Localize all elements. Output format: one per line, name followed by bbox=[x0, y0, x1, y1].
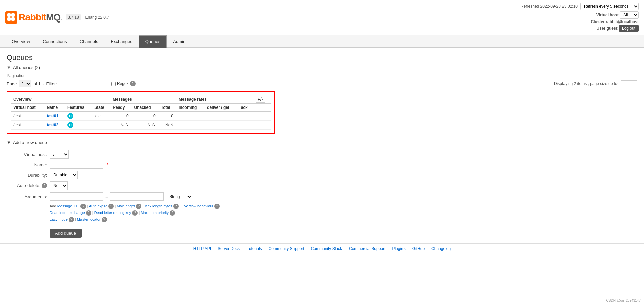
group-message-rates: Message rates bbox=[176, 95, 253, 104]
auto-delete-help[interactable]: ? bbox=[42, 183, 47, 188]
filter-input[interactable] bbox=[59, 80, 109, 87]
ml-help[interactable]: ? bbox=[136, 204, 141, 209]
add-queue-toggle[interactable]: ▼ Add a new queue bbox=[7, 140, 637, 145]
lm-help[interactable]: ? bbox=[69, 217, 74, 222]
hint-dead-letter-ex[interactable]: Dead letter exchange bbox=[50, 211, 85, 215]
nav-admin[interactable]: Admin bbox=[167, 35, 192, 48]
footer-plugins[interactable]: Plugins bbox=[392, 246, 405, 251]
of-label: of 1 bbox=[33, 81, 41, 86]
svg-rect-2 bbox=[7, 17, 11, 21]
auto-delete-label: Auto delete: ? bbox=[7, 183, 47, 189]
hint-message-ttl[interactable]: Message TTL bbox=[57, 204, 80, 208]
table-row: /test test01 D idle 0 0 0 bbox=[11, 112, 271, 121]
regex-checkbox[interactable] bbox=[111, 82, 116, 86]
regex-help[interactable]: ? bbox=[130, 81, 136, 86]
col-ack: ack bbox=[238, 104, 253, 112]
cell-vhost: /test bbox=[11, 112, 44, 121]
virtual-host-select[interactable]: All / /test bbox=[620, 11, 639, 19]
footer-tutorials[interactable]: Tutorials bbox=[247, 246, 262, 251]
cell-total: NaN bbox=[158, 121, 176, 130]
group-overview: Overview bbox=[11, 95, 110, 104]
footer-github[interactable]: GitHub bbox=[412, 246, 425, 251]
refresh-select[interactable]: Refresh every 5 seconds Refresh every 10… bbox=[580, 3, 639, 10]
add-vhost-select[interactable]: / /test bbox=[50, 150, 69, 159]
pagination-controls: Page 1 of 1 - Filter: Regex ? Displaying… bbox=[7, 80, 637, 87]
dlrk-help[interactable]: ? bbox=[132, 210, 138, 216]
ml2-help[interactable]: ? bbox=[102, 217, 107, 222]
footer-changelog[interactable]: Changelog bbox=[431, 246, 451, 251]
regex-text: Regex bbox=[117, 81, 129, 86]
arg-value-input[interactable] bbox=[110, 192, 164, 201]
nav: Overview Connections Channels Exchanges … bbox=[0, 35, 644, 48]
hint-overflow[interactable]: Overflow behaviour bbox=[181, 204, 213, 208]
queues-table-container: Overview Messages Message rates +/- Virt… bbox=[7, 91, 275, 134]
filter-separator: - bbox=[43, 81, 44, 86]
filter-label: Filter: bbox=[46, 81, 57, 86]
nav-connections[interactable]: Connections bbox=[36, 35, 73, 48]
hint-master-locator[interactable]: Master locator bbox=[77, 217, 101, 221]
version-badge: 3.7.18 bbox=[66, 14, 81, 20]
queue-link[interactable]: test01 bbox=[47, 114, 58, 118]
ae-help[interactable]: ? bbox=[108, 204, 114, 209]
hint-dead-letter-rk[interactable]: Dead letter routing key bbox=[94, 211, 131, 215]
page-select[interactable]: 1 bbox=[19, 80, 31, 87]
queues-table: Overview Messages Message rates +/- Virt… bbox=[11, 95, 271, 130]
hint-auto-expire[interactable]: Auto expire bbox=[89, 204, 108, 208]
col-incoming: incoming bbox=[176, 104, 204, 112]
footer-community-slack[interactable]: Community Slack bbox=[311, 246, 342, 251]
hint-max-length[interactable]: Max length bbox=[117, 204, 135, 208]
equals-sign: = bbox=[105, 194, 108, 199]
hint-max-priority[interactable]: Maximum priority bbox=[141, 211, 169, 215]
footer-server-docs[interactable]: Server Docs bbox=[218, 246, 240, 251]
virtual-host-info: Virtual host All / /test bbox=[521, 11, 639, 19]
cell-name: test01 bbox=[44, 112, 65, 121]
col-deliver-get: deliver / get bbox=[204, 104, 238, 112]
arg-key-input[interactable] bbox=[50, 192, 103, 201]
durability-select[interactable]: Durable Transient bbox=[50, 171, 78, 179]
ttl-help[interactable]: ? bbox=[80, 204, 86, 209]
form-row-name: Name: * bbox=[7, 161, 637, 169]
arg-type-select[interactable]: String Integer Boolean bbox=[166, 192, 192, 201]
cluster-label: Cluster bbox=[591, 19, 605, 24]
logout-button[interactable]: Log out bbox=[619, 25, 639, 32]
mlb-help[interactable]: ? bbox=[173, 204, 179, 209]
required-star: * bbox=[107, 162, 108, 167]
erlang-badge: Erlang 22.0.7 bbox=[85, 15, 109, 20]
mp-help[interactable]: ? bbox=[170, 210, 175, 216]
add-queue-label: Add a new queue bbox=[13, 140, 47, 145]
ob-help[interactable]: ? bbox=[214, 204, 220, 209]
user-info: User guest Log out bbox=[521, 25, 639, 32]
nav-queues[interactable]: Queues bbox=[139, 35, 167, 48]
nav-channels[interactable]: Channels bbox=[73, 35, 104, 48]
footer: HTTP API Server Docs Tutorials Community… bbox=[0, 243, 644, 254]
page-size-input[interactable]: 100 bbox=[621, 80, 637, 87]
feature-badge: D bbox=[67, 113, 73, 119]
nav-overview[interactable]: Overview bbox=[5, 35, 36, 48]
page-title: Queues bbox=[7, 53, 637, 62]
cell-state bbox=[92, 121, 110, 130]
name-form-label: Name: bbox=[7, 162, 47, 167]
hint-max-length-bytes[interactable]: Max length bytes bbox=[144, 204, 172, 208]
user-label: User bbox=[597, 26, 606, 31]
svg-rect-3 bbox=[11, 17, 15, 21]
dle-help[interactable]: ? bbox=[86, 210, 91, 216]
add-queue-arrow: ▼ bbox=[7, 140, 11, 145]
cell-deliver-get bbox=[204, 121, 238, 130]
footer-commercial-support[interactable]: Commercial Support bbox=[349, 246, 385, 251]
auto-delete-select[interactable]: No Yes bbox=[50, 181, 68, 190]
refresh-time: Refreshed 2022-09-28 23:02:10 bbox=[521, 4, 578, 9]
cell-vhost: /test bbox=[11, 121, 44, 130]
hint-lazy-mode[interactable]: Lazy mode bbox=[50, 217, 68, 221]
add-queue-button[interactable]: Add queue bbox=[50, 229, 82, 238]
cell-name: test02 bbox=[44, 121, 65, 130]
virtual-host-label: Virtual host bbox=[596, 13, 619, 17]
nav-exchanges[interactable]: Exchanges bbox=[104, 35, 139, 48]
cell-ready: 0 bbox=[110, 112, 131, 121]
footer-http-api[interactable]: HTTP API bbox=[193, 246, 211, 251]
plus-minus-btn[interactable]: +/- bbox=[256, 96, 265, 103]
name-input[interactable] bbox=[50, 161, 103, 169]
header-right: Refreshed 2022-09-28 23:02:10 Refresh ev… bbox=[521, 3, 639, 32]
footer-community-support[interactable]: Community Support bbox=[269, 246, 304, 251]
queue-link[interactable]: test02 bbox=[47, 123, 58, 127]
collapse-arrow[interactable]: ▼ bbox=[7, 65, 11, 70]
